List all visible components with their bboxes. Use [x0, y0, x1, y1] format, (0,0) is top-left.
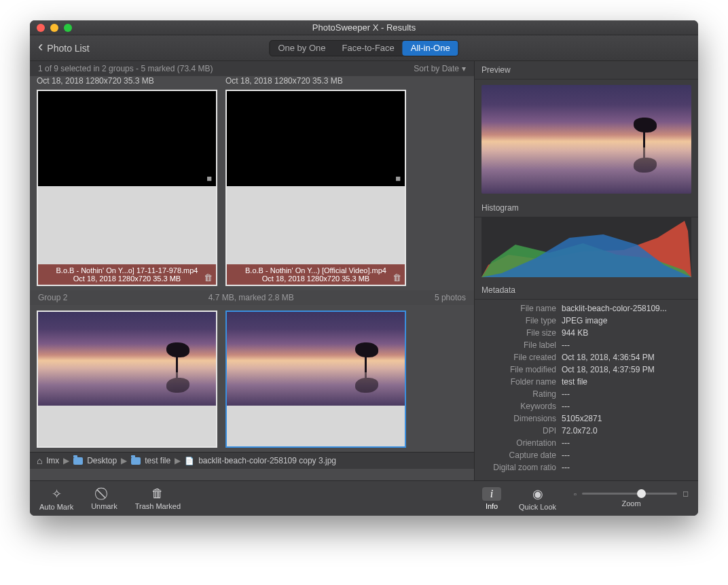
window-title: PhotoSweeper X - Results: [30, 22, 698, 33]
metadata-header: Metadata: [475, 281, 698, 300]
trash-icon: 🗑: [151, 486, 164, 501]
results-pane: 1 of 9 selected in 2 groups - 5 marked (…: [30, 61, 474, 480]
chevron-down-icon: ▾: [462, 64, 466, 73]
meta-row: File size944 KB: [481, 327, 691, 339]
info-icon: i: [482, 487, 501, 501]
crumb-file[interactable]: backlit-beach-color-258109 copy 3.jpg: [198, 456, 336, 465]
footer-toolbar: ✧ Auto Mark ⃠ Unmark 🗑 Trash Marked i In…: [30, 480, 698, 516]
meta-row: Orientation---: [481, 437, 691, 449]
trash-icon[interactable]: 🗑: [204, 272, 213, 283]
meta-row: File typeJPEG image: [481, 315, 691, 327]
trash-marked-button[interactable]: 🗑 Trash Marked: [135, 486, 181, 510]
thumb-info: Oct 18, 2018 1280x720 35.3 MB: [73, 274, 181, 283]
group2-cards: [30, 305, 474, 452]
back-button[interactable]: Photo List: [38, 42, 90, 54]
breadcrumb-sep: ▶: [121, 456, 127, 465]
video-icon: ■: [206, 173, 212, 183]
zoom-slider[interactable]: [582, 493, 677, 495]
thumb-top-2[interactable]: Oct 18, 2018 1280x720 35.3 MB: [225, 76, 406, 86]
file-icon: [185, 456, 194, 465]
group1-cards: ■ B.o.B - Nothin' On Y...o] 17-11-17-978…: [30, 90, 474, 290]
info-button[interactable]: i Info: [482, 487, 501, 510]
thumb-marked-strip: B.o.B - Nothin' On Y...o] 17-11-17-978.m…: [38, 264, 216, 285]
auto-mark-button[interactable]: ✧ Auto Mark: [39, 486, 73, 511]
back-label: Photo List: [47, 43, 89, 54]
video-icon: ■: [395, 173, 401, 183]
meta-row: File namebacklit-beach-color-258109...: [481, 302, 691, 315]
meta-row: Capture date---: [481, 449, 691, 461]
thumb-video-area: ■: [38, 91, 216, 186]
meta-row: File createdOct 18, 2018, 4:36:54 PM: [481, 351, 691, 364]
selection-status: 1 of 9 selected in 2 groups - 5 marked (…: [38, 64, 213, 73]
breadcrumb-sep: ▶: [175, 456, 181, 465]
breadcrumb-sep: ▶: [63, 456, 69, 465]
thumb-padding: [38, 406, 216, 446]
zoom-control: ▫ ◻ Zoom: [574, 489, 689, 508]
crumb-user[interactable]: lmx: [46, 456, 59, 465]
sort-by-dropdown[interactable]: Sort by Date ▾: [414, 64, 466, 73]
zoom-in-icon[interactable]: ◻: [682, 489, 689, 498]
thumb-video-area: ■: [227, 91, 405, 186]
sort-label: Sort by Date: [414, 64, 459, 73]
meta-row: File modifiedOct 18, 2018, 4:37:59 PM: [481, 364, 691, 376]
histogram-header: Histogram: [475, 199, 698, 217]
meta-row: Keywords---: [481, 400, 691, 412]
quick-look-button[interactable]: ◉ Quick Look: [519, 486, 556, 511]
group2-summary: 4.7 MB, marked 2.8 MB: [208, 293, 294, 302]
crumb-folder[interactable]: test file: [145, 456, 170, 465]
view-face-to-face[interactable]: Face-to-Face: [334, 41, 403, 56]
preview-image[interactable]: [481, 85, 691, 194]
thumb-card[interactable]: ■ B.o.B - Nothin' On Y...o] 17-11-17-978…: [37, 90, 217, 286]
main-split: 1 of 9 selected in 2 groups - 5 marked (…: [30, 61, 698, 480]
meta-row: Digital zoom ratio---: [481, 461, 691, 474]
thumb-image: [38, 312, 216, 406]
thumb-info: Oct 18, 2018 1280x720 35.3 MB: [37, 76, 217, 86]
view-one-by-one[interactable]: One by One: [270, 41, 333, 56]
thumb-info: Oct 18, 2018 1280x720 35.3 MB: [225, 76, 406, 86]
group2-label: Group 2: [38, 293, 67, 302]
thumb-filename: B.o.B - Nothin' On Y...o] 17-11-17-978.m…: [41, 266, 213, 274]
home-icon: [37, 455, 42, 466]
thumb-top-1[interactable]: Oct 18, 2018 1280x720 35.3 MB: [37, 76, 217, 86]
group2-count: 5 photos: [435, 293, 466, 302]
thumb-card[interactable]: [37, 311, 217, 448]
histogram: [481, 217, 691, 277]
group1-top-strips: Oct 18, 2018 1280x720 35.3 MB Oct 18, 20…: [30, 76, 474, 90]
crumb-desktop[interactable]: Desktop: [87, 456, 117, 465]
thumb-image: [227, 312, 405, 406]
thumb-padding: [227, 186, 405, 264]
toolbar: Photo List One by One Face-to-Face All-i…: [30, 35, 698, 61]
thumb-info: Oct 18, 2018 1280x720 35.3 MB: [262, 274, 369, 283]
meta-row: DPI72.0x72.0: [481, 425, 691, 437]
thumb-card-selected[interactable]: [225, 311, 406, 448]
view-mode-segment: One by One Face-to-Face All-in-One: [269, 40, 458, 56]
wand-icon: ✧: [52, 486, 62, 501]
group2-header: Group 2 4.7 MB, marked 2.8 MB 5 photos: [30, 290, 474, 305]
metadata-table: File namebacklit-beach-color-258109... F…: [475, 300, 698, 480]
titlebar: PhotoSweeper X - Results: [30, 20, 698, 35]
app-window: PhotoSweeper X - Results Photo List One …: [30, 20, 698, 516]
meta-row: File label---: [481, 339, 691, 351]
thumb-marked-strip: B.o.B - Nothin' On Y...) [Official Video…: [227, 264, 405, 285]
meta-row: Dimensions5105x2871: [481, 412, 691, 425]
chevron-left-icon: [38, 42, 43, 54]
zoom-out-icon[interactable]: ▫: [574, 490, 577, 498]
results-subheader: 1 of 9 selected in 2 groups - 5 marked (…: [30, 61, 474, 76]
inspector-pane: Preview Histogram Metadata File nameback…: [474, 61, 698, 480]
folder-icon: [131, 457, 141, 465]
meta-row: Rating---: [481, 388, 691, 400]
thumb-filename: B.o.B - Nothin' On Y...) [Official Video…: [230, 266, 402, 274]
trash-icon[interactable]: 🗑: [393, 272, 401, 283]
view-all-in-one[interactable]: All-in-One: [403, 41, 458, 56]
preview-header: Preview: [475, 61, 698, 79]
meta-row: Folder nametest file: [481, 376, 691, 388]
eye-icon: ◉: [532, 486, 543, 501]
unmark-button[interactable]: ⃠ Unmark: [91, 486, 117, 510]
zoom-slider-thumb[interactable]: [637, 489, 646, 498]
thumb-padding: [227, 406, 405, 446]
breadcrumb: lmx ▶ Desktop ▶ test file ▶ backlit-beac…: [30, 452, 474, 469]
thumb-card[interactable]: ■ B.o.B - Nothin' On Y...) [Official Vid…: [225, 90, 406, 286]
thumb-padding: [38, 186, 216, 264]
folder-icon: [73, 457, 83, 465]
